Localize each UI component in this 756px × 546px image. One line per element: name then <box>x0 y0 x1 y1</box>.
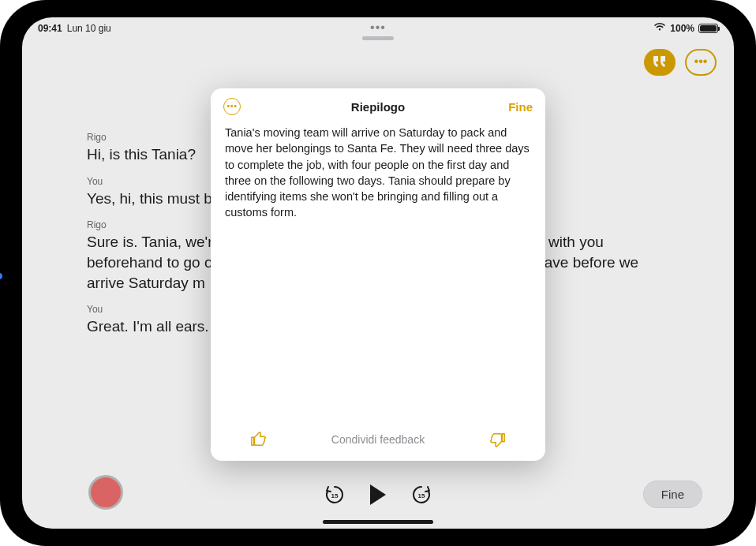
battery-icon <box>698 24 718 33</box>
screen: 09:41 Lun 10 giu 100% ••• <box>22 17 734 529</box>
status-time: 09:41 <box>38 23 62 34</box>
svg-text:15: 15 <box>331 492 339 499</box>
playback-controls: 15 15 <box>22 483 734 507</box>
svg-text:15: 15 <box>418 492 425 499</box>
thumbs-down-button[interactable] <box>488 431 506 448</box>
modal-title: Riepilogo <box>211 100 545 114</box>
status-date: Lun 10 giu <box>67 23 111 34</box>
multitask-dots-icon: ••• <box>362 21 394 35</box>
more-button[interactable]: ••• <box>685 49 717 76</box>
ellipsis-circle-icon: ••• <box>226 102 237 110</box>
summary-modal: ••• Riepilogo Fine Tania's moving team w… <box>211 88 545 461</box>
feedback-label: Condividi feedback <box>331 433 425 446</box>
transcript-button[interactable] <box>644 49 676 76</box>
modal-done-button[interactable]: Fine <box>508 100 533 114</box>
battery-percent: 100% <box>670 23 694 34</box>
ellipsis-icon: ••• <box>694 54 708 69</box>
quote-icon <box>653 56 667 69</box>
home-indicator[interactable] <box>323 520 433 524</box>
side-indicator <box>0 273 2 279</box>
sheet-grabber[interactable] <box>362 36 394 40</box>
play-button[interactable] <box>368 483 388 507</box>
ipad-frame: 09:41 Lun 10 giu 100% ••• <box>0 0 756 546</box>
skip-back-15-button[interactable]: 15 <box>324 484 346 506</box>
done-button[interactable]: Fine <box>643 481 702 508</box>
modal-more-button[interactable]: ••• <box>223 98 241 115</box>
multitask-indicator[interactable]: ••• <box>362 21 394 40</box>
summary-text: Tania's moving team will arrive on Satur… <box>211 120 545 226</box>
wifi-icon <box>653 22 666 34</box>
skip-forward-15-button[interactable]: 15 <box>410 484 432 506</box>
thumbs-up-button[interactable] <box>250 431 268 448</box>
